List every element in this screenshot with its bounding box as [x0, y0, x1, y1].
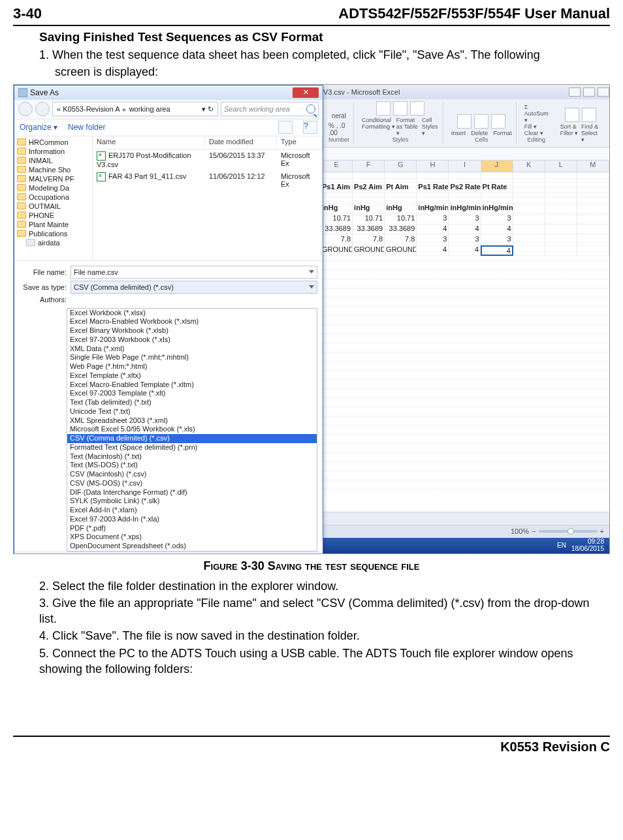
filetype-option[interactable]: Excel 97-2003 Template (*.xlt)	[67, 389, 317, 398]
formula-bar[interactable]	[321, 148, 609, 161]
col-header[interactable]: K	[513, 161, 545, 172]
savetype-dropdown[interactable]: Excel Workbook (*.xlsx)Excel Macro-Enabl…	[67, 308, 317, 552]
zoom-in[interactable]: +	[600, 527, 604, 535]
filetype-option[interactable]: Unicode Text (*.txt)	[67, 407, 317, 416]
cell[interactable]	[545, 172, 577, 183]
file-row[interactable]: FAR 43 Part 91_411.csv11/06/2015 12:12Mi…	[93, 170, 323, 190]
filetype-option[interactable]: Web Page (*.htm;*.html)	[67, 362, 317, 371]
breadcrumb[interactable]: « K0553-Revision A ▸ working area ▾ ↻	[52, 102, 218, 116]
filetype-option[interactable]: CSV (MS-DOS) (*.csv)	[67, 479, 317, 488]
filetype-option[interactable]: OpenDocument Spreadsheet (*.ods)	[67, 542, 317, 551]
cell[interactable]: Ps1 Rate	[417, 183, 449, 193]
cell[interactable]: 4	[481, 225, 513, 235]
delete-icon[interactable]	[474, 114, 488, 129]
cell[interactable]: 3	[481, 214, 513, 225]
cell[interactable]: 10.71	[353, 214, 385, 225]
col-header[interactable]: M	[577, 161, 609, 172]
cell[interactable]: GROUND	[353, 245, 385, 256]
cell[interactable]: 33.3689	[321, 225, 353, 235]
filetype-option[interactable]: Single File Web Page (*.mht;*.mhtml)	[67, 353, 317, 362]
cell[interactable]: 33.3689	[353, 225, 385, 235]
number-format-combo[interactable]: neral	[332, 112, 346, 119]
cell[interactable]	[545, 204, 577, 214]
cell[interactable]	[577, 245, 609, 256]
nav-back-button[interactable]	[18, 102, 33, 116]
cell[interactable]	[353, 172, 385, 183]
cell[interactable]: inHg	[353, 204, 385, 214]
format-icon[interactable]	[491, 114, 505, 129]
col-header[interactable]: L	[545, 161, 577, 172]
find-select-icon[interactable]	[582, 108, 596, 122]
cell[interactable]	[577, 183, 609, 193]
col-header[interactable]: I	[449, 161, 481, 172]
cell[interactable]	[321, 172, 353, 183]
cell[interactable]	[513, 172, 545, 183]
cell[interactable]	[385, 193, 417, 204]
cell[interactable]	[545, 183, 577, 193]
cell[interactable]: inHg/min	[417, 204, 449, 214]
cell[interactable]: GROUND	[385, 245, 417, 256]
cell[interactable]	[577, 225, 609, 235]
cell[interactable]	[513, 193, 545, 204]
format-as-table-icon[interactable]	[393, 101, 407, 116]
filetype-option[interactable]: CSV (Comma delimited) (*.csv)	[67, 434, 317, 443]
filetype-option[interactable]: XPS Document (*.xps)	[67, 533, 317, 542]
cell[interactable]: 33.3689	[385, 225, 417, 235]
cell[interactable]	[513, 214, 545, 225]
search-input[interactable]: Search working area	[221, 102, 319, 116]
folder-tree[interactable]: HRCommonInformationINMAILMachine ShoMALV…	[14, 136, 93, 260]
cell[interactable]: inHg/min	[481, 204, 513, 214]
close-button[interactable]	[598, 87, 609, 97]
col-type[interactable]: Type	[277, 136, 323, 149]
cell[interactable]: 4	[417, 245, 449, 256]
insert-button[interactable]: Insert	[451, 130, 466, 136]
cell[interactable]	[449, 193, 481, 204]
clear-button[interactable]: Clear ▾	[524, 130, 549, 136]
autosum-button[interactable]: Σ AutoSum ▾	[524, 104, 549, 123]
tree-folder[interactable]: OUTMAIL	[14, 202, 92, 211]
cell[interactable]: 3	[449, 235, 481, 245]
cell[interactable]	[417, 172, 449, 183]
cell[interactable]	[513, 235, 545, 245]
filetype-option[interactable]: DIF (Data Interchange Format) (*.dif)	[67, 488, 317, 497]
delete-button[interactable]: Delete	[471, 130, 488, 136]
tree-folder[interactable]: Information	[14, 147, 92, 156]
col-header[interactable]: F	[353, 161, 385, 172]
cell[interactable]: Ps2 Aim	[353, 183, 385, 193]
cell[interactable]	[417, 193, 449, 204]
cell[interactable]	[513, 245, 545, 256]
cell[interactable]	[577, 204, 609, 214]
minimize-button[interactable]	[569, 87, 581, 97]
tree-folder[interactable]: Publications	[14, 229, 92, 238]
cell[interactable]	[513, 225, 545, 235]
nav-forward-button[interactable]	[35, 102, 50, 116]
cell-styles-icon[interactable]	[410, 101, 424, 116]
cell[interactable]: Pt Aim	[385, 183, 417, 193]
cell[interactable]: 3	[417, 214, 449, 225]
filetype-option[interactable]: Excel Workbook (*.xlsx)	[67, 309, 317, 318]
file-list[interactable]: ERJ170 Post-Modification V3.csv15/06/201…	[93, 149, 323, 190]
filetype-option[interactable]: Text (Tab delimited) (*.txt)	[67, 398, 317, 407]
cell[interactable]	[449, 172, 481, 183]
filetype-option[interactable]: Excel 97-2003 Workbook (*.xls)	[67, 335, 317, 345]
tree-folder[interactable]: INMAIL	[14, 156, 92, 165]
cell[interactable]: 3	[481, 235, 513, 245]
cell[interactable]	[577, 235, 609, 245]
cell[interactable]	[577, 193, 609, 204]
insert-icon[interactable]	[457, 114, 471, 129]
cell[interactable]: 10.71	[321, 214, 353, 225]
filetype-option[interactable]: SYLK (Symbolic Link) (*.slk)	[67, 497, 317, 506]
filetype-option[interactable]: Excel Macro-Enabled Workbook (*.xlsm)	[67, 317, 317, 326]
col-header[interactable]: G	[385, 161, 417, 172]
cell[interactable]: 7.8	[321, 235, 353, 245]
new-folder-button[interactable]: New folder	[68, 123, 105, 132]
cell[interactable]	[577, 172, 609, 183]
cell[interactable]: 4	[449, 225, 481, 235]
cell[interactable]	[481, 172, 513, 183]
tree-subfolder[interactable]: airdata	[14, 238, 92, 247]
filetype-option[interactable]: Text (Macintosh) (*.txt)	[67, 452, 317, 461]
fill-button[interactable]: Fill ▾	[524, 123, 549, 130]
tree-folder[interactable]: Occupationa	[14, 193, 92, 202]
sort-filter-button[interactable]: Sort & Filter ▾	[560, 123, 579, 143]
help-button[interactable]: ?	[303, 121, 317, 134]
